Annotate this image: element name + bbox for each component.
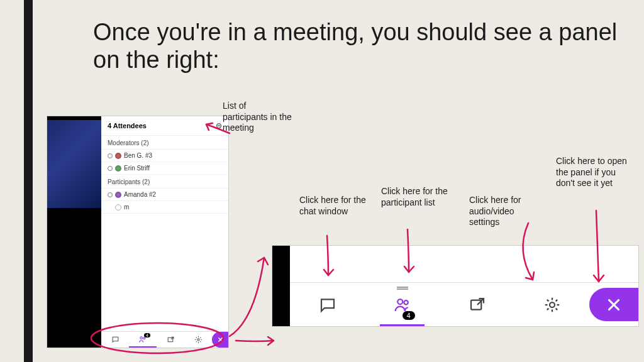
people-tab[interactable]: 4 <box>365 283 440 326</box>
mini-chat-tab[interactable] <box>101 332 129 348</box>
count-badge: 4 <box>144 333 150 337</box>
moderators-header: Moderators (2) <box>101 136 228 150</box>
svg-point-3 <box>197 339 199 341</box>
slide-title: Once you're in a meeting, you should see… <box>93 19 644 74</box>
svg-point-7 <box>550 302 555 307</box>
avatar <box>115 165 121 172</box>
mini-close-tab[interactable] <box>212 332 228 348</box>
svg-point-5 <box>404 300 408 305</box>
gear-icon <box>194 336 203 344</box>
mini-share-tab[interactable] <box>157 332 184 348</box>
callout-participant-list: List of participants in the meeting <box>223 101 292 134</box>
slide-accent-bar <box>24 0 33 362</box>
close-panel-button[interactable] <box>589 288 638 321</box>
chat-icon <box>318 295 337 314</box>
list-item[interactable]: Ben G. #3 <box>101 150 228 162</box>
avatar <box>115 153 121 159</box>
svg-point-4 <box>397 299 402 304</box>
attendee-count-label: 4 Attendees <box>108 122 147 129</box>
arrow-annotation <box>233 333 283 352</box>
callout-open: Click here to open the panel if you don'… <box>556 156 631 189</box>
chat-tab[interactable] <box>290 283 365 326</box>
collapse-icon[interactable]: ⊝ <box>216 121 222 130</box>
person-name: Erin Striff <box>124 165 150 172</box>
share-icon <box>468 295 487 314</box>
gear-icon <box>543 295 562 314</box>
avatar <box>115 192 121 198</box>
mini-people-tab[interactable]: 4 <box>129 332 157 348</box>
list-item[interactable]: Erin Striff <box>101 162 228 175</box>
mic-icon <box>108 192 113 197</box>
attendee-header: 4 Attendees ⊝ <box>101 116 228 136</box>
close-icon <box>604 295 623 314</box>
person-name: Amanda #2 <box>124 191 156 198</box>
svg-point-0 <box>140 336 143 339</box>
list-item[interactable]: Amanda #2 <box>101 189 228 201</box>
share-icon <box>167 336 175 344</box>
close-icon <box>217 336 224 343</box>
mini-settings-tab[interactable] <box>184 332 212 348</box>
mic-icon <box>108 166 113 171</box>
list-item[interactable]: m <box>101 201 228 214</box>
person-name: Ben G. #3 <box>124 152 152 159</box>
toolbar-black-strip <box>272 246 290 326</box>
participant-count-badge: 4 <box>402 311 415 320</box>
participants-panel-screenshot: 4 Attendees ⊝ Moderators (2) Ben G. #3 E… <box>47 116 229 348</box>
video-thumbnail <box>47 120 101 208</box>
callout-chat: Click here for the chat window <box>299 195 369 217</box>
chat-icon <box>111 336 119 344</box>
person-name: m <box>124 204 129 211</box>
mic-icon <box>108 153 113 158</box>
panel-mini-tabs: 4 <box>101 331 228 348</box>
participants-header: Participants (2) <box>101 175 228 189</box>
avatar <box>115 204 121 211</box>
drag-handle-icon <box>397 287 408 288</box>
toolbar-enlarged: 4 <box>272 245 639 327</box>
callout-av: Click here for audio/video settings <box>469 195 545 228</box>
share-tab[interactable] <box>440 283 514 326</box>
callout-participants: Click here for the participant list <box>381 186 450 208</box>
settings-tab[interactable] <box>514 283 589 326</box>
attendees-list: 4 Attendees ⊝ Moderators (2) Ben G. #3 E… <box>101 116 228 331</box>
